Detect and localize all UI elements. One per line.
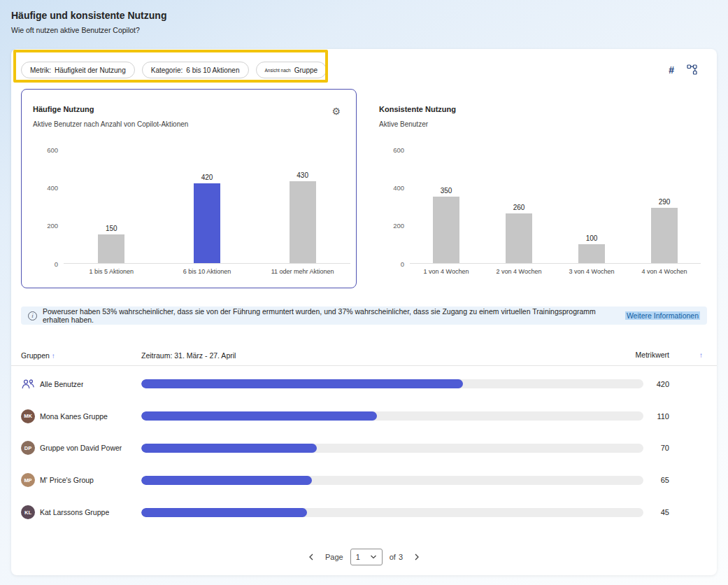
filter-bar: Metrik: Häufigkeit der Nutzung Kategorie…	[21, 62, 327, 78]
column-header-metric[interactable]: Metrikwert	[643, 351, 669, 360]
chart-card-frequent-usage[interactable]: Häufige Nutzung Aktive Benutzer nach Anz…	[21, 89, 357, 288]
metric-bar-fill	[141, 379, 463, 388]
bar-group: 43011 oder mehr Aktionen	[282, 150, 324, 263]
avatar: MK	[21, 409, 35, 423]
metric-header-label: Metrikwert	[636, 351, 669, 359]
bar[interactable]	[506, 213, 532, 263]
previous-page-icon[interactable]	[304, 550, 318, 564]
x-category-label: 11 oder mehr Aktionen	[271, 268, 334, 275]
metric-value: 420	[643, 380, 669, 388]
metric-filter-value: Häufigkeit der Nutzung	[55, 66, 126, 74]
group-name-cell: DPGruppe von David Power	[21, 441, 141, 455]
table-row[interactable]: KLKat Larssons Gruppe45	[11, 496, 717, 528]
page-number-select[interactable]: 1	[350, 549, 383, 565]
metric-filter-pill[interactable]: Metrik: Häufigkeit der Nutzung	[21, 62, 135, 78]
bar-plot-area: 3501 von 4 Wochen2602 von 4 Wochen1003 v…	[410, 150, 701, 264]
sort-ascending-icon[interactable]: ↑	[699, 351, 703, 359]
metric-bar-fill	[141, 476, 312, 485]
chart-subtitle: Aktive Benutzer nach Anzahl von Copilot-…	[33, 120, 188, 128]
chart-subtitle: Aktive Benutzer	[379, 120, 428, 128]
page-label: Page	[325, 553, 343, 561]
chart-title: Konsistente Nutzung	[379, 105, 456, 113]
group-name: Gruppe von David Power	[40, 444, 122, 452]
bar[interactable]	[290, 181, 316, 263]
learn-more-link[interactable]: Weitere Informationen	[625, 311, 700, 320]
bar[interactable]	[194, 183, 220, 263]
bar[interactable]	[651, 208, 678, 263]
table-row[interactable]: DPGruppe von David Power70	[11, 432, 717, 465]
table-body: Alle Benutzer420MKMona Kanes Gruppe110DP…	[11, 368, 717, 528]
metric-bar-track	[141, 411, 643, 421]
total-pages: 3	[399, 553, 403, 561]
of-label: of	[390, 553, 396, 561]
chart-card-consistent-usage[interactable]: Konsistente Nutzung Aktive Benutzer 0200…	[367, 89, 707, 288]
metric-value: 45	[643, 508, 669, 516]
insight-text: Poweruser haben 53% wahrscheinlicher, da…	[43, 307, 620, 324]
metric-bar-fill	[141, 444, 317, 453]
page-title: Häufige und konsistente Nutzung	[11, 10, 728, 21]
insight-banner: i Poweruser haben 53% wahrscheinlicher, …	[21, 306, 707, 325]
bar-group: 1003 von 4 Wochen	[571, 150, 613, 263]
x-category-label: 2 von 4 Wochen	[497, 268, 542, 275]
bar-value-label: 350	[441, 187, 452, 195]
category-filter-pill[interactable]: Kategorie: 6 bis 10 Aktionen	[142, 62, 249, 78]
view-by-filter-pill[interactable]: Ansicht nach Gruppe	[256, 62, 327, 78]
avatar: MP	[21, 473, 35, 487]
x-category-label: 1 bis 5 Aktionen	[90, 268, 134, 275]
table-row[interactable]: MPM' Price's Group65	[11, 464, 717, 496]
gear-icon[interactable]: ⚙	[331, 106, 341, 116]
bar-value-label: 260	[513, 204, 525, 211]
x-category-label: 4 von 4 Wochen	[642, 268, 687, 275]
x-category-label: 6 bis 10 Aktionen	[183, 268, 231, 275]
chart-title: Häufige Nutzung	[33, 105, 94, 113]
group-name: M' Price's Group	[40, 476, 94, 484]
y-axis-tick: 200	[379, 223, 404, 230]
sort-ascending-icon[interactable]: ↑	[52, 352, 55, 360]
metric-bar-track	[141, 508, 643, 517]
metric-value: 110	[643, 412, 669, 421]
y-axis-tick: 400	[33, 185, 58, 192]
bar[interactable]	[433, 197, 459, 263]
avatar: KL	[21, 505, 35, 519]
y-axis-tick: 0	[379, 261, 404, 268]
column-header-period: Zeitraum: 31. März - 27. April	[141, 351, 643, 360]
group-name-cell: MKMona Kanes Gruppe	[21, 409, 141, 423]
group-name: Mona Kanes Gruppe	[40, 412, 108, 421]
category-filter-value: 6 bis 10 Aktionen	[186, 66, 239, 74]
all-users-group-icon	[21, 379, 35, 390]
x-category-label: 1 von 4 Wochen	[424, 268, 469, 275]
bar-group: 2904 von 4 Wochen	[643, 150, 685, 263]
metric-value: 65	[643, 476, 669, 484]
dashboard-card: Metrik: Häufigkeit der Nutzung Kategorie…	[11, 49, 717, 575]
bar[interactable]	[98, 234, 124, 263]
bar-value-label: 430	[297, 171, 308, 179]
group-name-cell: Alle Benutzer	[21, 379, 141, 390]
bar-group: 4206 bis 10 Aktionen	[186, 150, 228, 263]
x-category-label: 3 von 4 Wochen	[569, 268, 615, 275]
next-page-icon[interactable]	[410, 550, 424, 564]
bar-value-label: 420	[201, 174, 213, 181]
bar-value-label: 100	[586, 234, 598, 242]
group-name-cell: KLKat Larssons Gruppe	[21, 505, 141, 519]
group-name: Alle Benutzer	[40, 380, 83, 388]
info-icon: i	[28, 311, 37, 320]
column-header-groups[interactable]: Gruppen ↑	[21, 351, 141, 360]
table-row[interactable]: MKMona Kanes Gruppe110	[11, 400, 717, 432]
bar-group: 1501 bis 5 Aktionen	[90, 150, 132, 263]
group-name-cell: MPM' Price's Group	[21, 473, 141, 487]
page-subtitle: Wie oft nutzen aktive Benutzer Copilot?	[11, 26, 728, 34]
bar[interactable]	[578, 244, 605, 263]
chevron-down-icon	[370, 554, 377, 560]
show-values-hash-icon[interactable]: #	[669, 65, 674, 75]
metric-filter-label: Metrik:	[30, 66, 51, 74]
card-toolbar: #	[669, 64, 697, 75]
consistent-usage-chart: 02004006003501 von 4 Wochen2602 von 4 Wo…	[379, 150, 701, 264]
pagination: Page 1 of 3	[11, 547, 717, 567]
y-axis-tick: 600	[379, 147, 404, 154]
metric-bar-track	[141, 476, 643, 485]
flow-icon[interactable]	[687, 64, 697, 75]
category-filter-label: Kategorie:	[151, 66, 183, 74]
metric-bar-track	[141, 379, 643, 388]
table-row[interactable]: Alle Benutzer420	[11, 368, 717, 400]
bar-group: 3501 von 4 Wochen	[425, 150, 467, 263]
